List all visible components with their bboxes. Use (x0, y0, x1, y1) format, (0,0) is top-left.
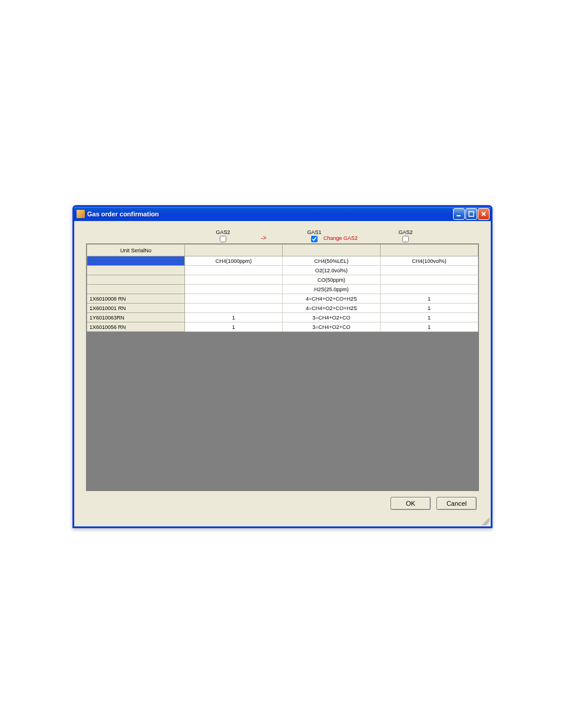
table-row[interactable]: CH4(1000ppm)CH4(50%LEL)CH4(100vol%) (87, 256, 478, 266)
gas2a-label: GAS2 (216, 229, 230, 235)
cell[interactable] (185, 294, 283, 304)
cell[interactable] (185, 285, 283, 294)
cell[interactable]: 1 (381, 322, 478, 332)
table-row[interactable]: 1Y6010063RN13=CH4+O2+CO1 (87, 313, 478, 322)
gas2b-checkbox[interactable] (402, 236, 409, 242)
dialog-window: Gas order confirmation GAS2 -> (72, 205, 492, 528)
cell[interactable] (185, 275, 283, 285)
gas2b-label: GAS2 (398, 229, 412, 235)
row-serial[interactable] (87, 266, 185, 275)
row-serial[interactable] (87, 256, 185, 266)
cell[interactable]: CH4(1000ppm) (185, 256, 283, 266)
table-row[interactable]: H2S(25.0ppm) (87, 285, 478, 294)
cell[interactable]: O2(12.0vol%) (283, 266, 381, 275)
gas-header-row: GAS2 -> GAS1 Change GAS2 GAS2 (86, 228, 487, 242)
cell[interactable] (185, 304, 283, 313)
svg-rect-0 (457, 215, 461, 216)
cell[interactable]: CH4(100vol%) (381, 256, 478, 266)
col-1-header[interactable] (185, 245, 283, 256)
col-3-header[interactable] (381, 245, 478, 256)
minimize-icon (456, 211, 462, 217)
maximize-button[interactable] (465, 208, 477, 220)
cell[interactable]: 1 (381, 304, 478, 313)
row-serial[interactable] (87, 285, 185, 294)
cell[interactable]: CO(50ppm) (283, 275, 381, 285)
resize-grip-icon[interactable] (481, 517, 490, 525)
table-row[interactable]: O2(12.0vol%) (87, 266, 478, 275)
grid-table: Unit SerialNo CH4(1000ppm)CH4(50%LEL)CH4… (87, 244, 478, 332)
table-row[interactable]: 1X6010056 RN13=CH4+O2+CO1 (87, 322, 478, 332)
cell[interactable]: 1 (185, 313, 283, 322)
gas1-checkbox[interactable] (311, 236, 318, 242)
table-row[interactable]: 1X6010008 RN4=CH4+O2+CO+H2S1 (87, 294, 478, 304)
svg-rect-1 (469, 212, 474, 216)
change-gas2-label: Change GAS2 (323, 235, 358, 241)
row-serial[interactable]: 1Y6010063RN (87, 313, 185, 322)
cell[interactable] (381, 285, 478, 294)
cell[interactable]: CH4(50%LEL) (283, 256, 381, 266)
gas2a-checkbox[interactable] (220, 236, 226, 242)
arrow-label: -> (261, 235, 266, 241)
row-serial[interactable]: 1X6010056 RN (87, 322, 185, 332)
minimize-button[interactable] (453, 208, 465, 220)
cell[interactable]: 3=CH4+O2+CO (283, 322, 381, 332)
gas1-header: GAS1 Change GAS2 (269, 228, 360, 242)
cell[interactable]: 3=CH4+O2+CO (283, 313, 381, 322)
client-area: GAS2 -> GAS1 Change GAS2 GAS2 (74, 221, 491, 526)
table-row[interactable]: 1X6010001 RN4=CH4+O2+CO+H2S1 (87, 304, 478, 313)
cell[interactable] (381, 266, 478, 275)
cell[interactable] (381, 275, 478, 285)
table-row[interactable]: CO(50ppm) (87, 275, 478, 285)
maximize-icon (468, 211, 474, 217)
close-icon (481, 211, 487, 217)
col-serial-header[interactable]: Unit SerialNo (87, 245, 185, 256)
window-title: Gas order confirmation (87, 210, 453, 218)
row-serial[interactable]: 1X6010008 RN (87, 294, 185, 304)
gas2b-header: GAS2 (360, 228, 451, 242)
cell[interactable]: H2S(25.0ppm) (283, 285, 381, 294)
ok-button[interactable]: OK (391, 497, 431, 510)
cell[interactable]: 1 (381, 294, 478, 304)
window-controls (453, 208, 490, 220)
app-icon (77, 210, 85, 218)
cell[interactable]: 4=CH4+O2+CO+H2S (283, 294, 381, 304)
dialog-footer: OK Cancel (78, 491, 487, 515)
cell[interactable]: 4=CH4+O2+CO+H2S (283, 304, 381, 313)
row-serial[interactable]: 1X6010001 RN (87, 304, 185, 313)
row-serial[interactable] (87, 275, 185, 285)
cell[interactable]: 1 (185, 322, 283, 332)
col-2-header[interactable] (283, 245, 381, 256)
gas1-label: GAS1 (307, 229, 321, 235)
gas2a-header: GAS2 -> (177, 228, 269, 242)
cell[interactable]: 1 (381, 313, 478, 322)
titlebar[interactable]: Gas order confirmation (74, 207, 491, 221)
grid-header-row: Unit SerialNo (87, 245, 478, 256)
data-grid[interactable]: Unit SerialNo CH4(1000ppm)CH4(50%LEL)CH4… (86, 243, 479, 491)
cancel-button[interactable]: Cancel (437, 497, 477, 510)
close-button[interactable] (478, 208, 490, 220)
cell[interactable] (185, 266, 283, 275)
